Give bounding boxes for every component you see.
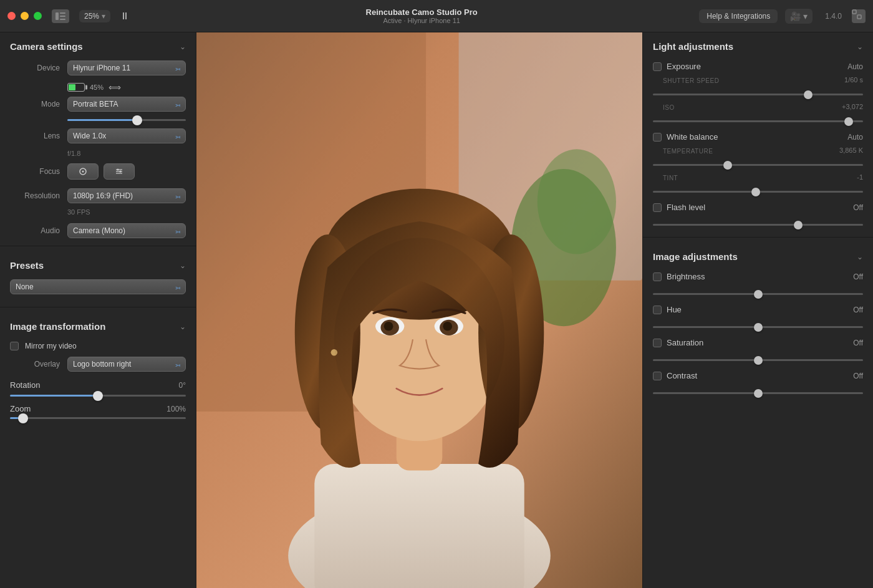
temperature-value: 3,865 K <box>839 147 863 155</box>
resolution-value: 1080p 16:9 (FHD) <box>73 191 133 200</box>
camera-chevron-icon: ▾ <box>803 11 808 21</box>
exposure-row: Exposure Auto <box>643 58 873 75</box>
aperture-label: f/1.8 <box>0 148 196 161</box>
exposure-checkbox[interactable] <box>653 62 662 71</box>
hue-header: Hue Off <box>653 305 863 314</box>
contrast-row: Contrast Off <box>643 367 873 384</box>
mode-select[interactable]: Portrait BETA ⟕ <box>67 97 186 112</box>
video-svg-overlay <box>196 32 642 588</box>
image-transformation-chevron-icon[interactable]: ⌄ <box>180 322 186 331</box>
device-select[interactable]: Hlynur iPhone 11 ⟕ <box>67 60 186 75</box>
saturation-header: Saturation Off <box>653 338 863 347</box>
white-balance-label: White balance <box>667 132 718 142</box>
tint-value: -1 <box>857 173 863 181</box>
hue-slider[interactable] <box>653 326 863 328</box>
white-balance-left: White balance <box>653 132 718 142</box>
brightness-slider[interactable] <box>653 293 863 295</box>
device-row: Device Hlynur iPhone 11 ⟕ <box>0 58 196 78</box>
hue-row: Hue Off <box>643 301 873 318</box>
resolution-row: Resolution 1080p 16:9 (FHD) ⟕ <box>0 186 196 206</box>
brightness-header: Brightness Off <box>653 272 863 281</box>
focus-label: Focus <box>10 167 60 176</box>
close-button[interactable] <box>7 12 16 20</box>
expand-button[interactable] <box>852 9 866 23</box>
saturation-slider[interactable] <box>653 359 863 361</box>
svg-rect-5 <box>857 15 861 19</box>
image-adjustments-chevron-icon[interactable]: ⌄ <box>857 253 863 261</box>
presets-chevron-icon[interactable]: ⌄ <box>180 261 186 270</box>
flash-level-row: Flash level Off <box>643 199 873 216</box>
audio-select[interactable]: Camera (Mono) ⟕ <box>67 223 186 238</box>
overlay-value: Logo bottom right <box>73 360 131 369</box>
svg-point-7 <box>82 171 84 173</box>
brightness-value: Off <box>853 272 863 281</box>
maximize-button[interactable] <box>34 12 42 20</box>
tint-label: TINT <box>653 173 688 181</box>
rotation-slider[interactable] <box>10 395 186 397</box>
svg-rect-4 <box>852 10 856 14</box>
presets-select-arrow-icon: ⟕ <box>175 282 180 292</box>
fps-label: 30 FPS <box>0 208 196 221</box>
sidebar-toggle-icon[interactable] <box>52 9 69 23</box>
svg-rect-19 <box>314 464 524 588</box>
focus-manual-button[interactable] <box>104 163 135 180</box>
shutter-speed-label: SHUTTER SPEED <box>653 76 729 84</box>
temperature-slider[interactable] <box>653 164 863 166</box>
contrast-checkbox[interactable] <box>653 372 662 380</box>
zoom-slider[interactable] <box>10 417 186 419</box>
camera-settings-header: Camera settings ⌄ <box>0 32 196 58</box>
svg-rect-3 <box>60 19 65 20</box>
light-adjustments-chevron-icon[interactable]: ⌄ <box>857 42 863 51</box>
mode-slider[interactable] <box>67 119 186 121</box>
resolution-select[interactable]: 1080p 16:9 (FHD) ⟕ <box>67 188 186 203</box>
image-adjustments-title: Image adjustments <box>653 251 738 262</box>
saturation-slider-wrap <box>643 351 873 367</box>
contrast-slider[interactable] <box>653 392 863 394</box>
svg-point-32 <box>334 238 504 441</box>
presets-value: None <box>16 282 34 291</box>
presets-select[interactable]: None ⟕ <box>10 279 186 294</box>
lens-select[interactable]: Wide 1.0x ⟕ <box>67 128 186 143</box>
resolution-select-arrow-icon: ⟕ <box>175 191 180 201</box>
hue-checkbox[interactable] <box>653 306 662 314</box>
contrast-value: Off <box>853 372 863 380</box>
tint-slider-wrap <box>643 183 873 199</box>
mirror-checkbox[interactable] <box>10 342 19 350</box>
brightness-left: Brightness <box>653 272 705 281</box>
zoom-control[interactable]: 25% ▾ <box>79 10 110 22</box>
shutter-speed-slider-wrap <box>643 85 873 102</box>
temperature-label: TEMPERATURE <box>653 147 723 155</box>
shutter-speed-slider[interactable] <box>653 94 863 95</box>
mode-row: Mode Portrait BETA ⟕ <box>0 94 196 114</box>
zoom-level-label: 25% <box>84 12 99 21</box>
shutter-speed-row: SHUTTER SPEED 1/60 s <box>643 75 873 85</box>
resolution-label: Resolution <box>10 191 60 200</box>
saturation-left: Saturation <box>653 338 703 347</box>
divider-1 <box>0 246 196 246</box>
usb-icon: ⟺ <box>109 82 121 92</box>
white-balance-checkbox[interactable] <box>653 133 662 142</box>
mode-select-arrow-icon: ⟕ <box>175 99 180 109</box>
tint-slider[interactable] <box>653 191 863 193</box>
lens-value: Wide 1.0x <box>73 132 106 140</box>
app-title: Reincubate Camo Studio Pro <box>366 7 478 17</box>
overlay-select[interactable]: Logo bottom right ⟕ <box>67 357 186 372</box>
rotation-slider-row <box>0 392 196 402</box>
help-integrations-button[interactable]: Help & Integrations <box>699 9 778 23</box>
camera-select-button[interactable]: 🎥 ▾ <box>785 9 813 24</box>
saturation-checkbox[interactable] <box>653 339 662 347</box>
focus-auto-button[interactable] <box>67 163 99 180</box>
saturation-label: Saturation <box>667 338 703 347</box>
iso-slider[interactable] <box>653 120 863 122</box>
audio-value: Camera (Mono) <box>73 226 125 235</box>
svg-point-11 <box>117 169 119 171</box>
camera-settings-chevron-icon[interactable]: ⌄ <box>180 42 186 51</box>
image-transformation-header: Image transformation ⌄ <box>0 312 196 338</box>
svg-point-17 <box>538 149 616 254</box>
flash-level-checkbox[interactable] <box>653 203 662 212</box>
flash-level-slider[interactable] <box>653 224 863 226</box>
pause-button[interactable]: ⏸ <box>118 9 132 23</box>
minimize-button[interactable] <box>21 12 29 20</box>
audio-select-arrow-icon: ⟕ <box>175 226 180 236</box>
brightness-checkbox[interactable] <box>653 272 662 281</box>
